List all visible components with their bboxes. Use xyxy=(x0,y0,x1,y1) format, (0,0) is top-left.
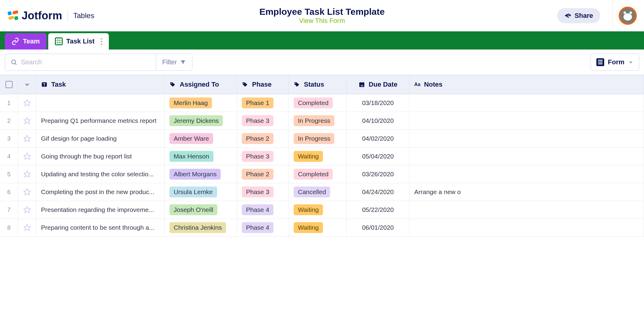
cell-date[interactable]: 03/26/2020 xyxy=(347,165,409,183)
view-form-link[interactable]: View This Form xyxy=(259,17,385,25)
select-all-checkbox[interactable] xyxy=(5,81,13,88)
search-box[interactable] xyxy=(5,54,156,70)
share-button[interactable]: Share xyxy=(557,8,600,23)
brand-logo[interactable]: Jotform xyxy=(7,9,62,22)
search-input[interactable] xyxy=(21,58,150,66)
chevron-down-icon xyxy=(24,81,30,88)
cell-task[interactable] xyxy=(36,94,165,112)
cell-assigned[interactable]: Ursula Lemke xyxy=(165,183,237,201)
cell-task[interactable]: Preparing content to be sent through a..… xyxy=(36,219,165,236)
svg-marker-22 xyxy=(24,153,30,159)
cell-status[interactable]: Completed xyxy=(289,94,347,112)
cell-task[interactable]: Completing the post in the new produc... xyxy=(36,183,165,201)
cell-date[interactable]: 05/04/2020 xyxy=(347,148,409,165)
form-view-button[interactable]: Form xyxy=(591,54,639,71)
tab-menu-button[interactable] xyxy=(101,38,102,45)
column-header-assigned[interactable]: Assigned To xyxy=(165,75,237,94)
svg-point-5 xyxy=(630,11,632,14)
tab-tasklist[interactable]: Task List xyxy=(48,33,109,50)
cell-notes[interactable] xyxy=(409,94,644,112)
tab-team[interactable]: Team xyxy=(5,33,46,50)
cell-status[interactable]: Cancelled xyxy=(289,183,347,201)
text-type-icon: Aa xyxy=(414,82,420,87)
table-row[interactable]: 2 Preparing Q1 performance metrics repor… xyxy=(0,112,644,130)
brand-name: Jotform xyxy=(22,9,62,22)
cell-notes[interactable] xyxy=(409,219,644,236)
cell-task[interactable]: Presentation regarding the improveme... xyxy=(36,201,165,219)
svg-line-8 xyxy=(15,63,17,65)
product-name[interactable]: Tables xyxy=(73,11,94,20)
cell-phase[interactable]: Phase 2 xyxy=(237,165,289,183)
app-header: Jotform Tables Employee Task List Templa… xyxy=(0,0,644,31)
cell-notes[interactable] xyxy=(409,130,644,147)
cell-notes[interactable] xyxy=(409,148,644,165)
cell-assigned[interactable]: Merlin Haag xyxy=(165,94,237,112)
cell-task[interactable]: Gif design for page loading xyxy=(36,130,165,147)
expand-header[interactable] xyxy=(18,75,36,94)
cell-phase[interactable]: Phase 4 xyxy=(237,201,289,219)
cell-task[interactable]: Preparing Q1 performance metrics report xyxy=(36,112,165,129)
row-number: 8 xyxy=(0,219,18,236)
column-header-task[interactable]: T Task xyxy=(36,75,165,94)
cell-assigned[interactable]: Christina Jenkins xyxy=(165,219,237,236)
cell-date[interactable]: 03/18/2020 xyxy=(347,94,409,112)
cell-phase[interactable]: Phase 4 xyxy=(237,219,289,236)
filter-icon xyxy=(180,59,186,65)
row-star[interactable] xyxy=(18,201,36,219)
filter-button[interactable]: Filter xyxy=(156,54,192,70)
cell-task[interactable]: Updating and testing the color selectio.… xyxy=(36,165,165,183)
cell-date[interactable]: 05/22/2020 xyxy=(347,201,409,219)
cell-phase[interactable]: Phase 3 xyxy=(237,183,289,201)
row-star[interactable] xyxy=(18,148,36,165)
row-star[interactable] xyxy=(18,183,36,201)
svg-point-11 xyxy=(171,83,172,84)
table-row[interactable]: 5 Updating and testing the color selecti… xyxy=(0,165,644,183)
cell-date[interactable]: 06/01/2020 xyxy=(347,219,409,236)
cell-phase[interactable]: Phase 2 xyxy=(237,130,289,147)
column-header-notes[interactable]: Aa Notes xyxy=(409,75,644,94)
column-header-duedate[interactable]: 10 Due Date xyxy=(347,75,409,94)
cell-assigned[interactable]: Jeremy Dickens xyxy=(165,112,237,129)
table-row[interactable]: 7 Presentation regarding the improveme..… xyxy=(0,201,644,219)
table-row[interactable]: 4 Going through the bug report list Max … xyxy=(0,148,644,165)
row-star[interactable] xyxy=(18,165,36,183)
cell-notes[interactable]: Arrange a new o xyxy=(409,183,644,201)
cell-status[interactable]: In Progress xyxy=(289,130,347,147)
row-number: 2 xyxy=(0,112,18,129)
cell-status[interactable]: Completed xyxy=(289,165,347,183)
cell-date[interactable]: 04/02/2020 xyxy=(347,130,409,147)
cell-status[interactable]: Waiting xyxy=(289,148,347,165)
cell-assigned[interactable]: Joseph O'neill xyxy=(165,201,237,219)
row-star[interactable] xyxy=(18,112,36,129)
cell-notes[interactable] xyxy=(409,112,644,129)
column-header-status[interactable]: Status xyxy=(289,75,347,94)
cell-date[interactable]: 04/24/2020 xyxy=(347,183,409,201)
table-row[interactable]: 3 Gif design for page loading Amber Ware… xyxy=(0,130,644,148)
row-star[interactable] xyxy=(18,94,36,112)
cell-assigned[interactable]: Amber Ware xyxy=(165,130,237,147)
cell-notes[interactable] xyxy=(409,165,644,183)
column-header-phase[interactable]: Phase xyxy=(237,75,289,94)
text-icon: T xyxy=(41,81,48,88)
cell-phase[interactable]: Phase 3 xyxy=(237,148,289,165)
cell-date[interactable]: 04/10/2020 xyxy=(347,112,409,129)
cell-assigned[interactable]: Albert Morgans xyxy=(165,165,237,183)
row-star[interactable] xyxy=(18,219,36,236)
cell-status[interactable]: In Progress xyxy=(289,112,347,129)
cell-status[interactable]: Waiting xyxy=(289,201,347,219)
cell-assigned[interactable]: Max Henson xyxy=(165,148,237,165)
table-row[interactable]: 8 Preparing content to be sent through a… xyxy=(0,219,644,237)
cell-phase[interactable]: Phase 3 xyxy=(237,112,289,129)
search-filter-group: Filter xyxy=(5,54,192,71)
cell-task[interactable]: Going through the bug report list xyxy=(36,148,165,165)
table-row[interactable]: 6 Completing the post in the new produc.… xyxy=(0,183,644,201)
select-all-header[interactable] xyxy=(0,75,18,94)
cell-status[interactable]: Waiting xyxy=(289,219,347,236)
table-row[interactable]: 1 Merlin Haag Phase 1 Completed 03/18/20… xyxy=(0,94,644,112)
row-star[interactable] xyxy=(18,130,36,147)
cell-phase[interactable]: Phase 1 xyxy=(237,94,289,112)
cell-notes[interactable] xyxy=(409,201,644,219)
svg-text:10: 10 xyxy=(361,84,363,87)
user-avatar[interactable] xyxy=(619,7,637,25)
svg-point-12 xyxy=(243,83,244,84)
